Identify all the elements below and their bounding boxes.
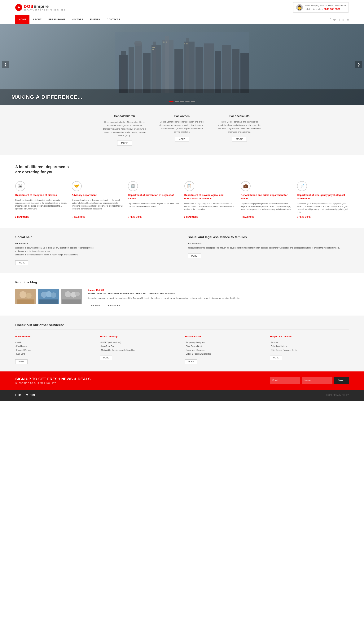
tab-schoolchildren-title[interactable]: Schoolchildren <box>114 114 135 119</box>
newsletter-form: Send <box>270 377 349 384</box>
service-health-more[interactable]: MORE <box>100 356 112 360</box>
svg-rect-30 <box>188 44 188 45</box>
dept-psychological-name: Department of psychological and educatio… <box>184 193 236 200</box>
svg-rect-25 <box>163 42 164 43</box>
tab-women-title[interactable]: For women <box>159 114 205 119</box>
dept-psychological-readmore[interactable]: READ MORE <box>184 216 236 218</box>
service-children: Support for Children Services Fatherhood… <box>270 335 349 364</box>
social-legal-provide-label: WE PROVIDE: <box>188 243 349 245</box>
service-food-item-4: EBT Card <box>15 352 94 356</box>
newsletter-name-input[interactable] <box>302 377 332 384</box>
svg-rect-34 <box>17 299 34 304</box>
social-section: Social help WE PROVIDE: assistance in ob… <box>0 228 364 273</box>
service-children-item-1: Services <box>270 341 349 345</box>
hero-dot-5[interactable] <box>191 101 195 102</box>
nav-visitors[interactable]: VISITORS <box>68 15 87 24</box>
tab-schoolchildren-desc: Here you can find a lot of interesting t… <box>102 121 148 137</box>
nav-contacts[interactable]: CONTACTS <box>103 15 124 24</box>
social-links: f g+ t p in <box>330 18 349 21</box>
svg-rect-15 <box>204 44 214 93</box>
svg-rect-20 <box>152 47 153 48</box>
service-financial: Financial/Work Temporary Family Asst. St… <box>185 335 264 364</box>
linkedin-icon[interactable]: in <box>346 18 349 21</box>
service-financial-list: Temporary Family Asst. State General Ass… <box>185 341 264 356</box>
svg-rect-18 <box>232 49 240 93</box>
twitter-icon[interactable]: t <box>339 18 340 21</box>
svg-rect-19 <box>240 53 249 93</box>
main-nav: HOME ABOUT PRESS ROOM VISITORS EVENTS CO… <box>0 15 364 24</box>
blog-image-3 <box>61 289 82 304</box>
facebook-icon[interactable]: f <box>330 18 331 21</box>
dept-neglect-desc: Department of prevention of child neglec… <box>128 202 180 214</box>
service-food-more[interactable]: MORE <box>15 359 28 364</box>
dept-neglect-icon: 🏢 <box>128 181 138 191</box>
dept-reception-desc: Branch carries out the statement of fami… <box>15 199 67 214</box>
logo[interactable]: DOSEmpire DEPARTMENT OF SOCIAL SERVICES <box>15 4 65 11</box>
blog-inner: August 10, 2014 VOLUNTEERS OF THE AGRARI… <box>15 289 349 308</box>
newsletter-email-input[interactable] <box>270 377 300 384</box>
service-financial-item-4: Elders & People w/Disabilities <box>185 352 264 356</box>
nav-events[interactable]: EVENTS <box>87 15 103 24</box>
svg-point-43 <box>75 292 80 296</box>
service-children-more[interactable]: MORE <box>270 356 282 360</box>
hero-dot-1[interactable] <box>169 101 174 102</box>
dept-reception-readmore[interactable]: READ MORE <box>15 216 67 218</box>
site-footer: DOS EMPIRE © 2015 PRIVACY POLICY <box>0 390 364 401</box>
dept-advisory-readmore[interactable]: READ MORE <box>72 216 124 218</box>
dept-neglect-readmore[interactable]: READ MORE <box>128 216 180 218</box>
svg-point-37 <box>46 291 52 297</box>
newsletter-send-button[interactable]: Send <box>334 377 349 384</box>
svg-rect-21 <box>154 47 154 48</box>
svg-point-33 <box>26 293 32 298</box>
helpline-text: Need a helping hand? Call our office sea… <box>305 4 346 11</box>
logo-icon <box>15 4 22 11</box>
service-financial-more[interactable]: MORE <box>185 359 197 364</box>
tabs-section: Schoolchildren Here you can find a lot o… <box>0 105 364 155</box>
service-children-item-2: Fatherhood Initiative <box>270 345 349 348</box>
logo-text: DOSEmpire DEPARTMENT OF SOCIAL SERVICES <box>24 4 65 11</box>
services-grid: Food/Nutrition SNAP Food Banks Farmers' … <box>15 335 349 364</box>
service-financial-item-1: Temporary Family Asst. <box>185 341 264 345</box>
hero-dot-2[interactable] <box>175 101 179 102</box>
tab-specialists-title[interactable]: For specialists <box>216 114 262 119</box>
dept-emergency-readmore[interactable]: READ MORE <box>297 216 349 218</box>
hero-prev-button[interactable]: ❮ <box>2 61 9 68</box>
service-food-item-1: SNAP <box>15 341 94 345</box>
dept-emergency-name: Department of emergency psychological as… <box>297 193 349 200</box>
blog-archive-button[interactable]: ARCHIVE <box>88 303 103 308</box>
hero-dots <box>169 101 195 102</box>
svg-rect-3 <box>128 47 134 93</box>
nav-press-room[interactable]: PRESS ROOM <box>45 15 68 24</box>
logo-subtitle: DEPARTMENT OF SOCIAL SERVICES <box>24 9 65 11</box>
nav-home[interactable]: HOME <box>15 15 30 24</box>
social-help-item-2: assistance in obtaining assistance in ki… <box>15 250 176 253</box>
social-help-item-1: assistance in obtaining material aid (if… <box>15 246 176 250</box>
social-help-more-button[interactable]: MORE <box>15 260 28 265</box>
service-health-item-3: Medicaid for Employees with Disabilities <box>100 348 179 352</box>
social-legal-list: assistance in solving social problems th… <box>188 246 349 250</box>
hero-headline: MAKING A DIFFERENCE... <box>12 94 352 100</box>
hero-dot-3[interactable] <box>180 101 184 102</box>
depts-heading-line2: are operating for you <box>15 170 349 174</box>
tab-women-more[interactable]: MORE <box>175 137 189 142</box>
nav-about[interactable]: ABOUT <box>30 15 45 24</box>
google-plus-icon[interactable]: g+ <box>333 18 336 21</box>
helpline-avatar: 👩 <box>296 4 303 11</box>
services-section: Check out our other services: Food/Nutri… <box>0 315 364 372</box>
svg-rect-2 <box>121 51 126 93</box>
footer-copyright: © 2015 PRIVACY POLICY <box>326 394 349 396</box>
dept-rehab-readmore[interactable]: READ MORE <box>241 216 292 218</box>
newsletter-text: SIGN UP TO GET FRESH NEWS & DEALS SUBSCR… <box>15 377 91 384</box>
dept-advisory-desc: Advisory department is designed to stren… <box>72 199 124 214</box>
hero-next-button[interactable]: ❯ <box>355 61 362 68</box>
hero-dot-4[interactable] <box>185 101 190 102</box>
pinterest-icon[interactable]: p <box>342 18 344 21</box>
service-health-item-1: HUSKY (incl. Medicaid) <box>100 341 179 345</box>
tab-schoolchildren-more[interactable]: MORE <box>117 141 132 146</box>
social-help-provide-label: WE PROVIDE: <box>15 243 176 245</box>
tab-specialists-more[interactable]: MORE <box>232 137 247 142</box>
social-legal-more-button[interactable]: MORE <box>188 253 201 258</box>
social-legal-title: Social and legal assistance to families <box>188 235 349 239</box>
newsletter-section: SIGN UP TO GET FRESH NEWS & DEALS SUBSCR… <box>0 372 364 390</box>
blog-read-more-button[interactable]: READ MORE <box>105 303 123 308</box>
